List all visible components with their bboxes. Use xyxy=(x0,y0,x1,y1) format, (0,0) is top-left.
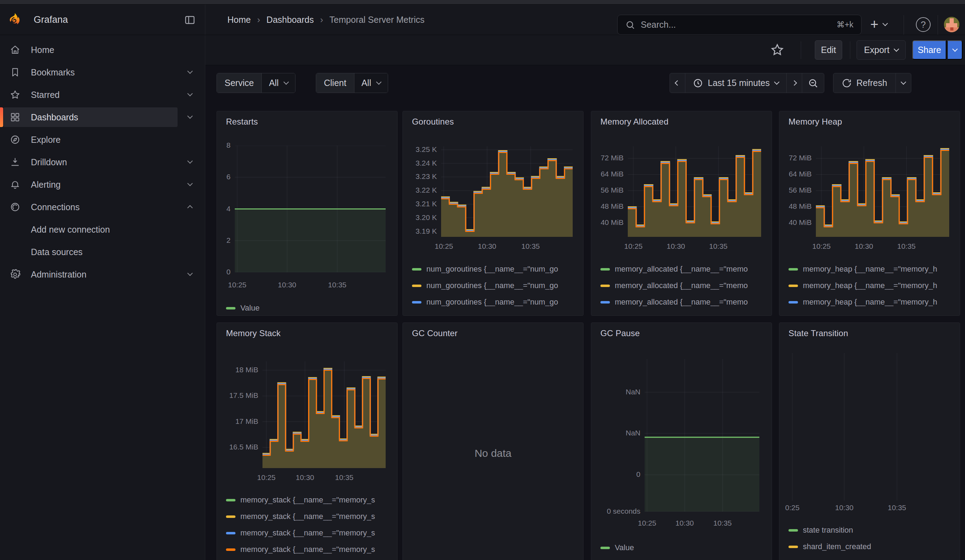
x-axis-tick: 10:25 xyxy=(799,242,844,250)
panel-title[interactable]: State Transition xyxy=(788,328,848,338)
time-shift-back-button[interactable] xyxy=(670,73,685,93)
legend-item[interactable]: shard_item_created xyxy=(788,542,871,551)
legend-item[interactable]: memory_allocated {__name__="memo xyxy=(600,264,748,274)
expand-bookmarks-button[interactable] xyxy=(188,69,192,75)
edit-button[interactable]: Edit xyxy=(815,40,842,60)
search-input[interactable] xyxy=(641,20,837,30)
x-axis-tick: 10:30 xyxy=(264,281,310,289)
plot-area[interactable] xyxy=(262,361,386,468)
star-icon xyxy=(10,90,20,100)
legend-item[interactable]: num_goroutines {__name__="num_go xyxy=(412,264,558,274)
topbar: Grafana Home›Dashboards›Temporal Server … xyxy=(0,5,965,35)
share-dropdown-button[interactable] xyxy=(947,40,963,60)
legend-item[interactable]: memory_allocated {__name__="memo xyxy=(600,314,748,316)
plot-area[interactable] xyxy=(644,359,759,511)
series-dash-icon xyxy=(788,529,798,532)
panel-title[interactable]: GC Pause xyxy=(600,328,640,338)
panel-title[interactable]: Memory Allocated xyxy=(600,117,669,127)
legend-item[interactable]: memory_stack {__name__="memory_s xyxy=(226,512,375,521)
legend-label: memory_stack {__name__="memory_s xyxy=(240,545,375,554)
panel-title[interactable]: Restarts xyxy=(226,117,258,127)
time-controls: Last 15 minutes Refresh xyxy=(669,73,911,93)
breadcrumb-item-home[interactable]: Home xyxy=(227,15,251,25)
legend-item[interactable]: memory_heap {__name__="memory_h xyxy=(788,281,937,290)
legend-item[interactable]: memory_stack {__name__="memory_s xyxy=(226,495,375,504)
y-axis-tick: 3.25 K xyxy=(403,145,437,154)
time-range-picker[interactable]: Last 15 minutes xyxy=(685,73,787,93)
panel-title[interactable]: Memory Heap xyxy=(788,117,842,127)
series-dash-icon xyxy=(226,516,236,518)
plot-area[interactable] xyxy=(235,145,386,272)
panel-title[interactable]: Memory Stack xyxy=(226,328,281,338)
help-button[interactable]: ? xyxy=(916,17,931,32)
expand-starred-button[interactable] xyxy=(188,91,192,98)
expand-alerting-button[interactable] xyxy=(188,181,192,188)
plus-icon: + xyxy=(870,18,878,31)
x-axis-tick: 10:35 xyxy=(695,242,741,250)
legend-item[interactable]: memory_heap {__name__="memory_h xyxy=(788,314,937,316)
legend-item[interactable]: memory_allocated {__name__="memo xyxy=(600,297,748,307)
sidebar-item-add-new-connection[interactable]: Add new connection xyxy=(0,218,205,241)
sidebar-item-dashboards[interactable]: Dashboards xyxy=(0,106,205,129)
refresh-interval-button[interactable] xyxy=(896,73,911,93)
legend-item[interactable]: memory_stack {__name__="memory_s xyxy=(226,545,375,554)
legend-item[interactable]: memory_stack {__name__="memory_s xyxy=(226,528,375,537)
legend-item[interactable]: Value xyxy=(600,543,634,552)
y-axis-tick: 40 MiB xyxy=(591,218,623,227)
legend-item[interactable]: num_goroutines {__name__="num_go xyxy=(412,297,558,307)
avatar[interactable] xyxy=(944,17,959,32)
plot-area[interactable] xyxy=(441,146,573,237)
x-axis-tick: 10:30 xyxy=(464,242,510,250)
plot-area[interactable] xyxy=(816,146,949,237)
panel-title[interactable]: GC Counter xyxy=(412,328,458,338)
legend-item[interactable]: Value xyxy=(226,304,260,313)
star-dashboard-button[interactable] xyxy=(770,43,784,58)
legend-item[interactable]: memory_heap {__name__="memory_h xyxy=(788,297,937,307)
legend-item[interactable]: memory_heap {__name__="memory_h xyxy=(788,264,937,274)
expand-drilldown-button[interactable] xyxy=(188,159,192,165)
expand-administration-button[interactable] xyxy=(188,271,192,278)
sidebar-item-drilldown[interactable]: Drilldown xyxy=(0,151,205,173)
filter-label: Service xyxy=(217,73,262,93)
expand-connections-button[interactable] xyxy=(188,204,192,210)
plot-area[interactable] xyxy=(780,353,952,501)
legend-label: memory_allocated {__name__="memo xyxy=(615,264,748,274)
zoom-out-button[interactable] xyxy=(802,73,824,93)
legend-label: memory_stack {__name__="memory_s xyxy=(240,528,375,537)
y-axis-tick: 3.22 K xyxy=(403,186,437,194)
add-button[interactable]: + xyxy=(870,18,887,31)
dashboard-toolbar: Edit Export Share xyxy=(205,35,965,65)
sidebar-item-data-sources[interactable]: Data sources xyxy=(0,241,205,263)
grafana-logo-icon xyxy=(7,12,21,27)
sidebar-toggle-icon[interactable] xyxy=(184,15,196,26)
sidebar-item-connections[interactable]: Connections xyxy=(0,196,205,218)
legend-item[interactable]: memory_allocated {__name__="memo xyxy=(600,281,748,290)
legend-item[interactable]: num_goroutines {__name__="num_go xyxy=(412,314,558,316)
panel-title[interactable]: Goroutines xyxy=(412,117,454,127)
legend-item[interactable]: num_goroutines {__name__="num_go xyxy=(412,281,558,290)
search-box[interactable]: ⌘+k xyxy=(617,15,862,35)
filter-value-dropdown[interactable]: All xyxy=(355,73,388,93)
sidebar-item-bookmarks[interactable]: Bookmarks xyxy=(0,61,205,83)
expand-dashboards-button[interactable] xyxy=(188,114,192,120)
time-range-group: Last 15 minutes xyxy=(669,73,824,93)
export-button[interactable]: Export xyxy=(857,40,906,60)
sidebar-item-home[interactable]: Home xyxy=(0,39,205,61)
panel-gc-counter: GC CounterNo data xyxy=(402,322,584,560)
breadcrumb-item-dashboards[interactable]: Dashboards xyxy=(267,15,314,25)
y-axis-tick: 3.24 K xyxy=(403,159,437,167)
filter-value-dropdown[interactable]: All xyxy=(262,73,295,93)
home-icon xyxy=(10,44,20,55)
share-button[interactable]: Share xyxy=(913,40,946,60)
legend-item[interactable]: state transition xyxy=(788,526,871,535)
time-shift-forward-button[interactable] xyxy=(787,73,802,93)
refresh-button[interactable]: Refresh xyxy=(833,73,896,93)
chevron-down-icon xyxy=(187,91,193,96)
sidebar-item-starred[interactable]: Starred xyxy=(0,83,205,106)
sidebar-item-administration[interactable]: Administration xyxy=(0,263,205,286)
dashboard-canvas: ServiceAllClientAll Last 15 minutes xyxy=(205,65,965,560)
sidebar-item-explore[interactable]: Explore xyxy=(0,129,205,151)
plot-area[interactable] xyxy=(628,146,761,237)
y-axis-tick: NaN xyxy=(591,429,640,437)
sidebar-item-alerting[interactable]: Alerting xyxy=(0,173,205,196)
